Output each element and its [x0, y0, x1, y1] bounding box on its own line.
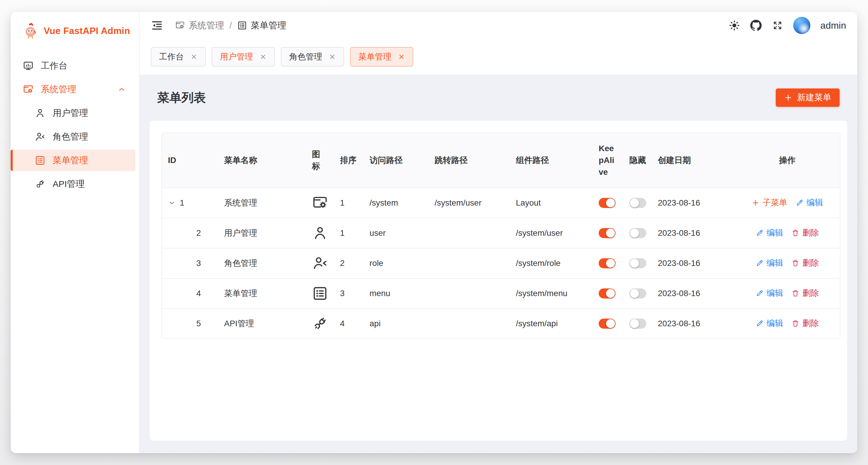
fullscreen-icon[interactable] — [772, 20, 783, 31]
cell-path: /system — [364, 188, 429, 218]
switch-knob — [630, 319, 639, 328]
breadcrumb-separator: / — [229, 21, 232, 30]
keepalive-switch[interactable] — [599, 288, 616, 298]
cell-actions: 编辑删除 — [735, 279, 840, 309]
edit-action[interactable]: 编辑 — [756, 288, 783, 299]
github-icon[interactable] — [750, 20, 762, 31]
menu-icon — [237, 21, 247, 30]
username[interactable]: admin — [820, 20, 846, 31]
tab-label: 工作台 — [159, 51, 184, 62]
close-icon[interactable] — [329, 53, 336, 60]
cell-id: 5 — [162, 309, 218, 339]
action-label: 编辑 — [807, 197, 823, 208]
edit-action[interactable]: 编辑 — [756, 318, 783, 329]
sidebar-item-0[interactable]: 工作台 — [11, 55, 135, 76]
hidden-switch[interactable] — [629, 319, 646, 329]
row-id: 3 — [196, 259, 201, 268]
keepalive-switch[interactable] — [599, 319, 616, 329]
column-header-id: ID — [162, 133, 218, 188]
app-logo[interactable]: Vue FastAPI Admin — [11, 12, 139, 47]
keepalive-switch[interactable] — [599, 258, 616, 268]
keepalive-switch[interactable] — [599, 198, 616, 208]
cell-actions: 子菜单编辑 — [735, 188, 840, 218]
delete-action[interactable]: 删除 — [792, 257, 819, 269]
sidebar-item-3[interactable]: 角色管理 — [11, 126, 135, 147]
column-header-hidden: 隐藏 — [623, 133, 652, 188]
switch-knob — [630, 259, 639, 268]
cell-name: 系统管理 — [218, 188, 306, 218]
cell-order: 3 — [334, 279, 364, 309]
edit-action[interactable]: 编辑 — [756, 227, 783, 238]
cell-keepalive — [593, 188, 623, 218]
edit-action[interactable]: 编辑 — [796, 197, 823, 208]
breadcrumb-item-menu[interactable]: 菜单管理 — [237, 20, 286, 32]
tab-1[interactable]: 用户管理 — [212, 47, 275, 66]
table-header-row: ID菜单名称图标排序访问路径跳转路径组件路径KeepAlive隐藏创建日期操作 — [162, 133, 840, 188]
cell-icon — [306, 249, 334, 279]
column-header-redirect: 跳转路径 — [429, 133, 510, 188]
switch-knob — [630, 289, 639, 298]
action-label: 编辑 — [767, 288, 783, 299]
sidebar-item-5[interactable]: API管理 — [11, 173, 135, 195]
close-icon[interactable] — [259, 53, 267, 60]
delete-action[interactable]: 删除 — [792, 288, 819, 299]
user-icon — [35, 108, 45, 119]
breadcrumb-item-system[interactable]: 系统管理 — [175, 20, 224, 32]
action-label: 编辑 — [767, 227, 783, 238]
edit-action[interactable]: 编辑 — [756, 257, 783, 269]
row-actions: 编辑删除 — [756, 257, 819, 269]
cell-date: 2023-08-16 — [652, 249, 735, 279]
theme-toggle-icon[interactable] — [729, 20, 740, 31]
content: 菜单列表 新建菜单 ID菜单名称图标排序访问路径跳转路径组件路径KeepAliv… — [140, 75, 857, 453]
cell-component: /system/api — [510, 309, 593, 339]
cell-keepalive — [593, 279, 623, 309]
edit-icon — [796, 199, 804, 207]
hidden-switch[interactable] — [629, 258, 646, 268]
switch-knob — [606, 229, 615, 237]
cell-redirect: /system/user — [429, 188, 510, 218]
tab-2[interactable]: 角色管理 — [281, 47, 344, 66]
delete-action[interactable]: 删除 — [792, 318, 819, 329]
close-icon[interactable] — [190, 53, 197, 60]
expand-row-icon[interactable] — [168, 199, 176, 207]
tab-3[interactable]: 菜单管理 — [350, 47, 413, 66]
action-label: 删除 — [802, 257, 819, 269]
row-id: 4 — [196, 289, 201, 298]
action-label: 删除 — [802, 288, 819, 299]
plus-icon — [784, 93, 792, 102]
close-icon[interactable] — [398, 53, 405, 60]
switch-knob — [630, 199, 639, 207]
chevron-up-icon — [116, 85, 127, 94]
content-header: 菜单列表 新建菜单 — [150, 83, 847, 112]
user-icon — [312, 218, 328, 248]
sidebar-item-4[interactable]: 菜单管理 — [11, 150, 135, 171]
hidden-switch[interactable] — [629, 228, 646, 238]
cell-component: /system/user — [510, 218, 593, 249]
delete-action[interactable]: 删除 — [792, 227, 819, 238]
hidden-switch[interactable] — [629, 288, 646, 298]
cell-id: 3 — [162, 249, 218, 279]
sidebar-item-1[interactable]: 系统管理 — [11, 79, 135, 100]
collapse-sidebar-icon[interactable] — [151, 19, 163, 32]
tab-0[interactable]: 工作台 — [151, 47, 206, 66]
table-row-2: 2用户管理1user/system/user2023-08-16编辑删除 — [162, 218, 840, 249]
hidden-switch[interactable] — [629, 198, 646, 208]
tab-label: 菜单管理 — [358, 51, 392, 62]
keepalive-switch[interactable] — [599, 228, 616, 238]
sidebar-item-2[interactable]: 用户管理 — [11, 103, 135, 124]
action-label: 编辑 — [767, 257, 783, 269]
cell-hidden — [623, 309, 652, 339]
cell-id: 4 — [162, 279, 218, 309]
sidebar-item-label: 菜单管理 — [53, 154, 88, 167]
add-submenu-action[interactable]: 子菜单 — [751, 197, 787, 208]
cell-hidden — [623, 249, 652, 279]
sidebar: Vue FastAPI Admin 工作台系统管理用户管理角色管理菜单管理API… — [11, 12, 140, 453]
avatar[interactable] — [793, 17, 810, 34]
cell-hidden — [623, 218, 652, 249]
trash-icon — [792, 259, 799, 267]
tab-label: 角色管理 — [289, 51, 322, 62]
new-menu-button[interactable]: 新建菜单 — [776, 88, 840, 107]
cell-name: 菜单管理 — [218, 279, 306, 309]
id-cell: 4 — [168, 289, 212, 298]
breadcrumb: 系统管理 / 菜单管理 — [175, 20, 286, 32]
